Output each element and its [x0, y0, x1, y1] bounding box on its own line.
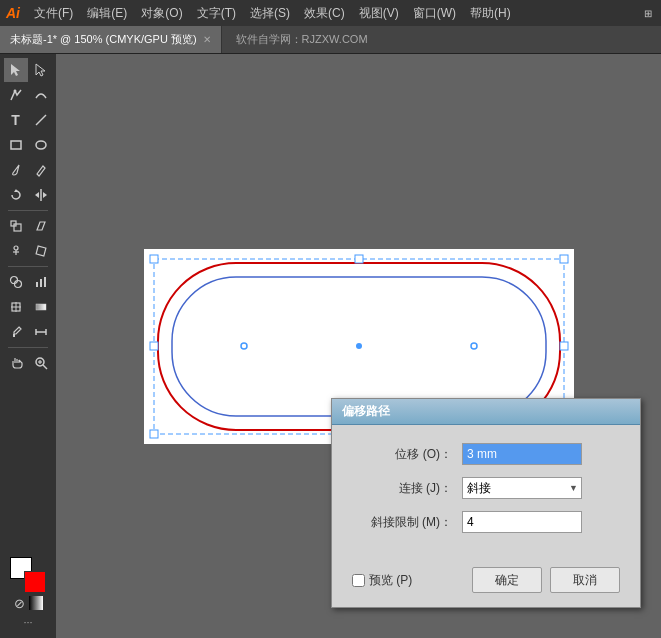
tab-active-label: 未标题-1* @ 150% (CMYK/GPU 预览) — [10, 32, 197, 47]
tool-row-graph — [4, 270, 53, 294]
grid-icon[interactable]: ⊞ — [641, 6, 655, 20]
svg-rect-46 — [560, 342, 568, 350]
tab-secondary-label: 软件自学网：RJZXW.COM — [236, 32, 368, 47]
svg-marker-9 — [43, 192, 47, 198]
measure-tool[interactable] — [29, 320, 53, 344]
menu-help[interactable]: 帮助(H) — [464, 3, 517, 24]
svg-rect-24 — [36, 304, 46, 310]
svg-rect-18 — [36, 282, 38, 287]
tool-row-puppet — [4, 239, 53, 263]
tabbar: 未标题-1* @ 150% (CMYK/GPU 预览) ✕ 软件自学网：RJZX… — [0, 26, 661, 54]
preview-label: 预览 (P) — [369, 572, 412, 589]
stroke-fill-swatches[interactable] — [10, 557, 46, 593]
svg-rect-25 — [13, 334, 15, 337]
gradient-swatch[interactable] — [29, 596, 43, 610]
ok-button[interactable]: 确定 — [472, 567, 542, 593]
color-mode-icons: ⊘ — [14, 596, 43, 611]
tool-row-zoom — [4, 351, 53, 375]
shape-builder-tool[interactable] — [4, 270, 28, 294]
dialog-overlay: 偏移路径 位移 (O)： 连接 (J)： 斜接 圆角 — [331, 398, 641, 608]
app-logo: Ai — [6, 5, 20, 21]
menu-view[interactable]: 视图(V) — [353, 3, 405, 24]
separator-1 — [8, 210, 48, 211]
svg-point-36 — [241, 343, 247, 349]
join-select-wrapper: 斜接 圆角 斜切 — [462, 477, 582, 499]
dialog-body: 位移 (O)： 连接 (J)： 斜接 圆角 斜切 — [332, 425, 640, 559]
rotate-tool[interactable] — [4, 183, 28, 207]
join-label: 连接 (J)： — [352, 480, 462, 497]
svg-rect-40 — [560, 255, 568, 263]
free-transform-tool[interactable] — [29, 239, 53, 263]
dialog-title: 偏移路径 — [342, 403, 390, 420]
reflect-tool[interactable] — [29, 183, 53, 207]
shear-tool[interactable] — [29, 214, 53, 238]
graph-tool[interactable] — [29, 270, 53, 294]
svg-rect-43 — [355, 255, 363, 263]
menu-file[interactable]: 文件(F) — [28, 3, 79, 24]
dialog-titlebar: 偏移路径 — [332, 399, 640, 425]
gradient-tool[interactable] — [29, 295, 53, 319]
miter-input[interactable] — [462, 511, 582, 533]
svg-rect-19 — [40, 279, 42, 287]
zoom-tool[interactable] — [29, 351, 53, 375]
menu-object[interactable]: 对象(O) — [135, 3, 188, 24]
svg-rect-39 — [150, 255, 158, 263]
svg-rect-15 — [36, 246, 46, 256]
tool-row-rotate — [4, 183, 53, 207]
tool-row-scale — [4, 214, 53, 238]
tab-secondary[interactable]: 软件自学网：RJZXW.COM — [222, 26, 382, 53]
miter-label: 斜接限制 (M)： — [352, 514, 462, 531]
puppet-warp-tool[interactable] — [4, 239, 28, 263]
dialog-footer: 预览 (P) 确定 取消 — [332, 559, 640, 607]
tool-row-pen — [4, 83, 53, 107]
offset-input[interactable] — [462, 443, 582, 465]
svg-point-38 — [471, 343, 477, 349]
pen-tool[interactable] — [4, 83, 28, 107]
menu-type[interactable]: 文字(T) — [191, 3, 242, 24]
svg-point-17 — [14, 281, 21, 288]
offset-label: 位移 (O)： — [352, 446, 462, 463]
direct-select-tool[interactable] — [29, 58, 53, 82]
scale-tool[interactable] — [4, 214, 28, 238]
window-controls: ⊞ — [641, 6, 655, 20]
svg-rect-41 — [150, 430, 158, 438]
offset-path-dialog: 偏移路径 位移 (O)： 连接 (J)： 斜接 圆角 — [331, 398, 641, 608]
tool-row-select — [4, 58, 53, 82]
menu-window[interactable]: 窗口(W) — [407, 3, 462, 24]
svg-point-12 — [14, 246, 18, 250]
selection-tool[interactable] — [4, 58, 28, 82]
line-tool[interactable] — [29, 108, 53, 132]
pencil-tool[interactable] — [29, 158, 53, 182]
tab-active[interactable]: 未标题-1* @ 150% (CMYK/GPU 预览) ✕ — [0, 26, 222, 53]
separator-2 — [8, 266, 48, 267]
type-tool[interactable]: T — [4, 108, 28, 132]
ellipse-tool[interactable] — [29, 133, 53, 157]
curvature-tool[interactable] — [29, 83, 53, 107]
left-toolbar: T — [0, 54, 56, 638]
offset-row: 位移 (O)： — [352, 443, 620, 465]
stroke-swatch[interactable] — [24, 571, 46, 593]
tab-close-active[interactable]: ✕ — [203, 34, 211, 45]
cancel-button[interactable]: 取消 — [550, 567, 620, 593]
more-tools-button[interactable]: ··· — [21, 614, 34, 630]
tool-row-eyedropper — [4, 320, 53, 344]
paintbrush-tool[interactable] — [4, 158, 28, 182]
menu-effect[interactable]: 效果(C) — [298, 3, 351, 24]
eyedropper-tool[interactable] — [4, 320, 28, 344]
preview-checkbox[interactable] — [352, 574, 365, 587]
rectangle-tool[interactable] — [4, 133, 28, 157]
mesh-tool[interactable] — [4, 295, 28, 319]
none-icon[interactable]: ⊘ — [14, 596, 25, 611]
preview-checkbox-area: 预览 (P) — [352, 572, 412, 589]
svg-line-3 — [36, 115, 46, 125]
color-area: ⊘ ··· — [10, 557, 46, 634]
tool-row-type: T — [4, 108, 53, 132]
hand-tool[interactable] — [4, 351, 28, 375]
miter-row: 斜接限制 (M)： — [352, 511, 620, 533]
svg-marker-0 — [11, 64, 20, 76]
menu-edit[interactable]: 编辑(E) — [81, 3, 133, 24]
menu-bar: 文件(F) 编辑(E) 对象(O) 文字(T) 选择(S) 效果(C) 视图(V… — [28, 3, 517, 24]
menu-select[interactable]: 选择(S) — [244, 3, 296, 24]
join-select[interactable]: 斜接 圆角 斜切 — [462, 477, 582, 499]
svg-line-30 — [43, 365, 47, 369]
